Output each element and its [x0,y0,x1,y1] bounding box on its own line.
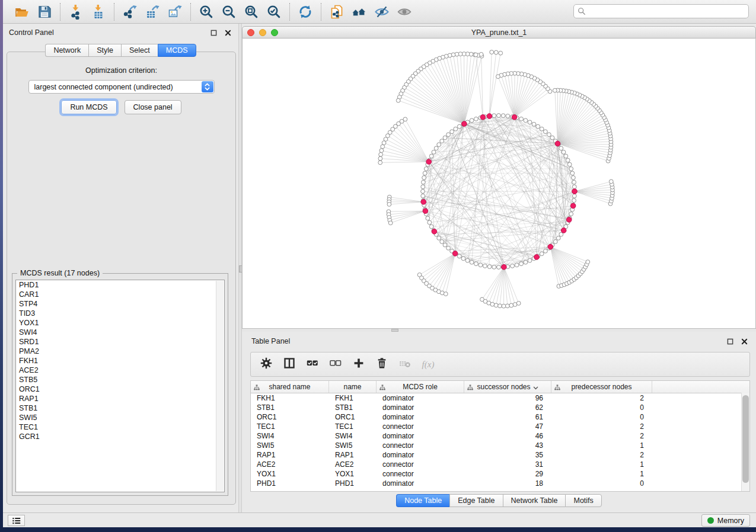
cell-name[interactable]: FKH1 [329,394,377,402]
graphics-details-button[interactable] [372,2,391,21]
table-row[interactable]: TEC1TEC1connector472 [251,422,749,431]
cell-predecessor-nodes[interactable]: 2 [551,432,652,440]
delete-column-button[interactable] [375,358,388,371]
cell-shared-name[interactable]: RAP1 [251,451,329,459]
table-row[interactable]: FKH1FKH1dominator962 [251,393,749,403]
cell-predecessor-nodes[interactable]: 2 [551,394,652,402]
cell-MCDS-role[interactable]: dominator [377,403,464,412]
cell-name[interactable]: TEC1 [329,422,377,431]
mcds-result-item[interactable]: FKH1 [16,356,224,366]
cell-name[interactable]: STB1 [329,403,377,412]
cell-successor-nodes[interactable]: 62 [464,403,551,412]
open-file-button[interactable] [12,2,31,21]
mcds-result-item[interactable]: YOX1 [16,318,224,328]
cell-predecessor-nodes[interactable]: 2 [551,422,652,431]
table-row[interactable]: SWI4SWI4dominator462 [251,431,749,441]
table-row[interactable]: YOX1YOX1connector291 [251,469,749,479]
column-header-name[interactable]: name [329,381,377,393]
zoom-fit-button[interactable] [242,2,261,21]
cell-name[interactable]: SWI4 [329,432,377,440]
mcds-result-item[interactable]: STB1 [16,403,224,413]
cell-predecessor-nodes[interactable]: 0 [551,479,652,488]
cell-shared-name[interactable]: TEC1 [251,422,329,431]
cell-successor-nodes[interactable]: 96 [464,394,551,402]
cell-MCDS-role[interactable]: dominator [377,413,464,421]
table-row[interactable]: ORC1ORC1dominator610 [251,412,749,422]
clone-network-button[interactable] [327,2,346,21]
mcds-result-item[interactable]: ORC1 [16,384,224,394]
cell-name[interactable]: ORC1 [329,413,377,421]
zoom-in-button[interactable] [197,2,216,21]
mcds-list-scrollbar[interactable] [216,281,224,491]
column-header-MCDS-role[interactable]: MCDS role [377,381,464,393]
float-table-panel-button[interactable] [725,336,735,346]
mcds-result-item[interactable]: PMA2 [16,347,224,356]
add-column-button[interactable] [352,358,365,371]
cell-shared-name[interactable]: SWI4 [251,432,329,440]
network-graph[interactable] [243,39,756,329]
show-preview-button[interactable] [395,2,414,21]
run-mcds-button[interactable]: Run MCDS [61,100,116,114]
column-settings-button[interactable] [260,358,273,371]
cell-predecessor-nodes[interactable]: 1 [551,441,652,450]
cell-shared-name[interactable]: ORC1 [251,413,329,421]
network-canvas[interactable] [242,39,756,329]
cell-shared-name[interactable]: STB1 [251,403,329,412]
table-tab-network-table[interactable]: Network Table [503,494,566,507]
close-panel-button-2[interactable]: Close panel [125,100,181,114]
refresh-button[interactable] [296,2,315,21]
mcds-result-item[interactable]: CAR1 [16,290,224,299]
mcds-result-item[interactable]: SWI5 [16,413,224,422]
cell-successor-nodes[interactable]: 31 [464,460,551,469]
memory-button[interactable]: Memory [701,514,750,527]
cell-successor-nodes[interactable]: 29 [464,470,551,478]
cell-MCDS-role[interactable]: dominator [377,479,464,488]
tab-network[interactable]: Network [45,44,88,57]
cell-predecessor-nodes[interactable]: 1 [551,470,652,478]
mcds-result-item[interactable]: STP4 [16,299,224,309]
tab-select[interactable]: Select [121,44,158,57]
cell-MCDS-role[interactable]: connector [377,470,464,478]
cell-shared-name[interactable]: ACE2 [251,460,329,469]
float-panel-button[interactable] [209,28,218,37]
mcds-result-item[interactable]: RAP1 [16,394,224,403]
deselect-all-button[interactable] [329,358,342,371]
cell-successor-nodes[interactable]: 43 [464,441,551,450]
cell-name[interactable]: YOX1 [329,470,377,478]
cell-name[interactable]: ACE2 [329,460,377,469]
zoom-selected-button[interactable] [264,2,283,21]
mcds-result-item[interactable]: GCR1 [16,432,224,441]
search-input[interactable] [588,7,745,16]
column-header-predecessor-nodes[interactable]: predecessor nodes [551,381,652,393]
tab-style[interactable]: Style [88,44,121,57]
cell-shared-name[interactable]: FKH1 [251,394,329,402]
cell-successor-nodes[interactable]: 46 [464,432,551,440]
cell-name[interactable]: RAP1 [329,451,377,459]
cell-MCDS-role[interactable]: dominator [377,394,464,402]
cell-successor-nodes[interactable]: 61 [464,413,551,421]
cell-successor-nodes[interactable]: 47 [464,422,551,431]
cell-MCDS-role[interactable]: connector [377,422,464,431]
table-row[interactable]: SWI5SWI5connector431 [251,441,749,450]
criterion-dropdown[interactable]: largest connected component (undirected) [28,80,215,94]
table-tab-node-table[interactable]: Node Table [396,494,449,507]
cell-name[interactable]: SWI5 [329,441,377,450]
cell-MCDS-role[interactable]: dominator [377,451,464,459]
search-field[interactable] [573,4,749,18]
export-network-button[interactable] [120,2,139,21]
column-header-successor-nodes[interactable]: successor nodes [464,381,551,393]
cell-successor-nodes[interactable]: 35 [464,451,551,459]
cell-MCDS-role[interactable]: connector [377,460,464,469]
cell-shared-name[interactable]: YOX1 [251,470,329,478]
mcds-result-item[interactable]: SWI4 [16,328,224,337]
cell-MCDS-role[interactable]: connector [377,441,464,450]
zoom-out-button[interactable] [219,2,238,21]
column-header-shared-name[interactable]: shared name [251,381,329,393]
export-table-button[interactable] [143,2,162,21]
split-columns-button[interactable] [283,358,296,371]
export-image-button[interactable] [165,2,184,21]
import-network-button[interactable] [66,2,85,21]
mcds-result-item[interactable]: TEC1 [16,422,224,432]
mcds-result-item[interactable]: STB5 [16,375,224,384]
mcds-result-item[interactable]: TID3 [16,309,224,318]
